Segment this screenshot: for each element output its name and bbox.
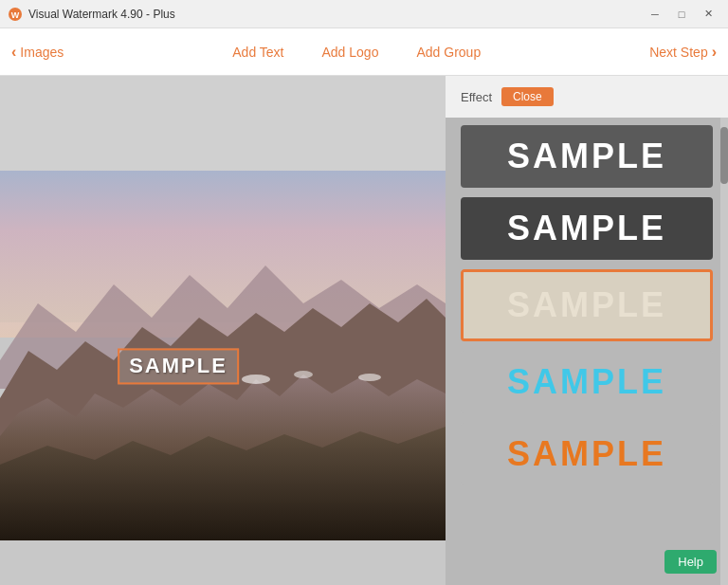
next-step-button[interactable]: Next Step [649,45,707,60]
effect-label: Effect [461,90,492,104]
maximize-button[interactable]: □ [669,5,694,24]
style-option-5[interactable]: SAMPLE [461,423,713,485]
app-icon: W [8,7,23,22]
image-top-bar [0,76,446,171]
image-area: SAMPLE [0,171,446,540]
svg-text:W: W [11,10,20,20]
window-title: Visual Watermark 4.90 - Plus [28,8,175,21]
toolbar: ‹ Images Add Text Add Logo Add Group Nex… [0,28,728,76]
toolbar-center: Add Text Add Logo Add Group [64,45,649,60]
main-area: SAMPLE Effect Close SAMPLE SAMPLE [0,76,728,585]
title-bar: W Visual Watermark 4.90 - Plus ─ □ ✕ [0,0,728,28]
image-panel: SAMPLE [0,76,446,585]
help-button[interactable]: Help [664,550,717,574]
watermark-text: SAMPLE [129,354,228,377]
style-1-label: SAMPLE [507,137,666,175]
minimize-button[interactable]: ─ [643,5,667,24]
add-logo-button[interactable]: Add Logo [322,45,379,60]
style-option-3[interactable]: SAMPLE [461,269,713,341]
chevron-left-icon: ‹ [11,44,16,61]
style-darker-bg: SAMPLE [461,197,713,260]
title-bar-controls: ─ □ ✕ [643,5,720,24]
svg-point-8 [294,371,313,378]
add-group-button[interactable]: Add Group [416,45,481,60]
right-panel: Effect Close SAMPLE SAMPLE SAMPLE [446,76,728,585]
image-bottom-bar [0,540,446,585]
style-option-4[interactable]: SAMPLE [461,351,713,413]
close-effect-button[interactable]: Close [501,87,554,106]
style-dark-bg: SAMPLE [461,125,713,188]
style-2-label: SAMPLE [507,209,666,247]
style-light-bg: SAMPLE [464,272,710,338]
scrollbar[interactable] [720,118,728,585]
style-option-1[interactable]: SAMPLE [461,125,713,188]
next-step-nav[interactable]: Next Step › [649,44,717,61]
style-option-2[interactable]: SAMPLE [461,197,713,260]
back-nav[interactable]: ‹ Images [11,44,64,61]
svg-point-9 [358,374,381,381]
title-bar-left: W Visual Watermark 4.90 - Plus [8,7,175,22]
style-4-label: SAMPLE [507,362,666,401]
style-outline-bg: SAMPLE [461,423,713,485]
effect-header: Effect Close [446,76,728,118]
scroll-thumb[interactable] [720,127,728,184]
images-button[interactable]: Images [20,45,64,60]
image-watermark[interactable]: SAMPLE [118,348,239,384]
style-3-label: SAMPLE [507,285,666,324]
chevron-right-icon: › [712,44,717,61]
add-text-button[interactable]: Add Text [232,45,283,60]
styles-panel: SAMPLE SAMPLE SAMPLE SAMPLE [446,118,728,585]
style-colored-bg: SAMPLE [461,351,713,413]
svg-rect-2 [0,171,446,322]
style-5-label: SAMPLE [507,434,666,473]
svg-point-7 [242,375,270,384]
close-button[interactable]: ✕ [696,5,720,24]
